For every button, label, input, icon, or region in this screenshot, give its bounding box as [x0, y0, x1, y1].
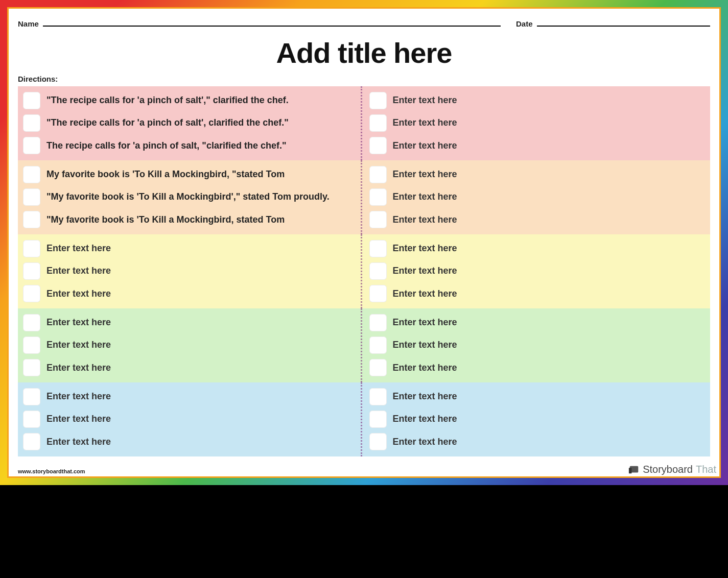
checkbox-icon[interactable] [23, 285, 40, 302]
brand-word-2: That [696, 464, 716, 475]
date-input-line[interactable] [537, 18, 710, 27]
list-item[interactable]: "The recipe calls for 'a pinch of salt',… [23, 114, 355, 132]
item-text[interactable]: My favorite book is 'To Kill a Mockingbi… [46, 169, 285, 180]
list-item[interactable]: Enter text here [369, 211, 701, 228]
list-item[interactable]: Enter text here [23, 285, 355, 302]
item-text[interactable]: Enter text here [46, 414, 111, 425]
item-text[interactable]: "My favorite book is 'To Kill a Mockingb… [46, 191, 330, 203]
checkbox-icon[interactable] [369, 137, 387, 154]
list-item[interactable]: Enter text here [369, 240, 701, 257]
list-item[interactable]: Enter text here [23, 314, 355, 331]
list-item[interactable]: Enter text here [369, 262, 701, 280]
list-item[interactable]: Enter text here [23, 433, 355, 450]
list-item[interactable]: Enter text here [369, 285, 701, 302]
worksheet-title[interactable]: Add title here [18, 36, 710, 69]
checkbox-icon[interactable] [23, 388, 40, 405]
item-text[interactable]: Enter text here [393, 169, 457, 180]
list-item[interactable]: Enter text here [23, 359, 355, 376]
list-item[interactable]: "My favorite book is 'To Kill a Mockingb… [23, 211, 355, 228]
list-item[interactable]: Enter text here [369, 314, 701, 331]
item-text[interactable]: Enter text here [46, 391, 111, 402]
checkbox-icon[interactable] [23, 166, 40, 183]
checkbox-icon[interactable] [23, 262, 40, 280]
checkbox-icon[interactable] [23, 314, 40, 331]
list-item[interactable]: Enter text here [23, 388, 355, 405]
checkbox-icon[interactable] [369, 314, 387, 331]
item-text[interactable]: Enter text here [393, 191, 457, 203]
checkbox-icon[interactable] [23, 336, 40, 354]
item-text[interactable]: "My favorite book is 'To Kill a Mockingb… [46, 214, 285, 226]
checkbox-icon[interactable] [23, 92, 40, 109]
list-item[interactable]: Enter text here [369, 336, 701, 354]
checkbox-icon[interactable] [23, 411, 40, 428]
list-item[interactable]: Enter text here [369, 114, 701, 132]
item-text[interactable]: Enter text here [393, 243, 457, 254]
checkbox-icon[interactable] [369, 211, 387, 228]
checkbox-icon[interactable] [23, 114, 40, 132]
checkbox-icon[interactable] [369, 114, 387, 132]
list-item[interactable]: Enter text here [369, 433, 701, 450]
list-item[interactable]: Enter text here [369, 137, 701, 154]
rainbow-frame: Name Date Add title here Directions: "Th… [0, 0, 728, 485]
checkbox-icon[interactable] [23, 240, 40, 257]
list-item[interactable]: Enter text here [369, 92, 701, 109]
item-text[interactable]: Enter text here [46, 288, 111, 300]
band-blue-right: Enter text here Enter text here Enter te… [364, 382, 711, 456]
name-field[interactable]: Name [18, 18, 501, 28]
item-text[interactable]: Enter text here [393, 317, 457, 328]
checkbox-icon[interactable] [369, 433, 387, 450]
checkbox-icon[interactable] [23, 211, 40, 228]
checkbox-icon[interactable] [23, 433, 40, 450]
checkbox-icon[interactable] [369, 92, 387, 109]
item-text[interactable]: Enter text here [393, 391, 457, 402]
checkbox-icon[interactable] [369, 359, 387, 376]
list-item[interactable]: Enter text here [369, 359, 701, 376]
band-yellow: Enter text here Enter text here Enter te… [18, 234, 710, 308]
item-text[interactable]: "The recipe calls for 'a pinch of salt',… [46, 117, 289, 129]
item-text[interactable]: Enter text here [393, 414, 457, 425]
checkbox-icon[interactable] [369, 411, 387, 428]
item-text[interactable]: Enter text here [393, 266, 457, 277]
checkbox-icon[interactable] [23, 359, 40, 376]
item-text[interactable]: Enter text here [46, 243, 111, 254]
name-input-line[interactable] [43, 18, 501, 27]
item-text[interactable]: Enter text here [393, 214, 457, 226]
checkbox-icon[interactable] [369, 285, 387, 302]
item-text[interactable]: Enter text here [393, 95, 457, 106]
list-item[interactable]: The recipe calls for 'a pinch of salt, "… [23, 137, 355, 154]
list-item[interactable]: Enter text here [23, 411, 355, 428]
item-text[interactable]: Enter text here [393, 288, 457, 300]
item-text[interactable]: The recipe calls for 'a pinch of salt, "… [46, 140, 286, 152]
band-orange-right: Enter text here Enter text here Enter te… [364, 160, 711, 234]
list-item[interactable]: "The recipe calls for 'a pinch of salt',… [23, 92, 355, 109]
checkbox-icon[interactable] [23, 188, 40, 206]
list-item[interactable]: Enter text here [23, 262, 355, 280]
checkbox-icon[interactable] [369, 336, 387, 354]
list-item[interactable]: Enter text here [23, 240, 355, 257]
date-field[interactable]: Date [516, 18, 710, 28]
item-text[interactable]: Enter text here [46, 266, 111, 277]
checkbox-icon[interactable] [369, 262, 387, 280]
item-text[interactable]: Enter text here [46, 317, 111, 328]
list-item[interactable]: Enter text here [23, 336, 355, 354]
item-text[interactable]: "The recipe calls for 'a pinch of salt',… [46, 95, 289, 106]
list-item[interactable]: "My favorite book is 'To Kill a Mockingb… [23, 188, 355, 206]
list-item[interactable]: Enter text here [369, 411, 701, 428]
item-text[interactable]: Enter text here [393, 340, 457, 351]
list-item[interactable]: Enter text here [369, 166, 701, 183]
checkbox-icon[interactable] [369, 188, 387, 206]
checkbox-icon[interactable] [369, 240, 387, 257]
checkbox-icon[interactable] [369, 166, 387, 183]
list-item[interactable]: Enter text here [369, 188, 701, 206]
item-text[interactable]: Enter text here [46, 363, 111, 374]
item-text[interactable]: Enter text here [46, 437, 111, 448]
item-text[interactable]: Enter text here [393, 437, 457, 448]
list-item[interactable]: Enter text here [369, 388, 701, 405]
list-item[interactable]: My favorite book is 'To Kill a Mockingbi… [23, 166, 355, 183]
item-text[interactable]: Enter text here [393, 140, 457, 152]
item-text[interactable]: Enter text here [393, 117, 457, 129]
item-text[interactable]: Enter text here [393, 363, 457, 374]
item-text[interactable]: Enter text here [46, 340, 111, 351]
checkbox-icon[interactable] [369, 388, 387, 405]
checkbox-icon[interactable] [23, 137, 40, 154]
